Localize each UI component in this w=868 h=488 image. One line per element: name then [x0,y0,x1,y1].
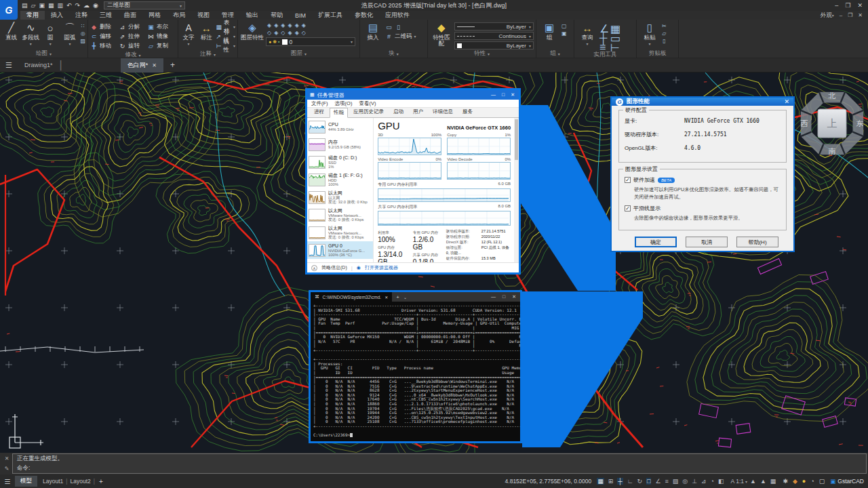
sync-cloud-icon[interactable]: ☁ [83,2,90,9]
calculator-icon[interactable]: ▦ [610,22,621,32]
paste-button[interactable]: ▯粘贴▾ [639,21,660,46]
layout-menu-icon[interactable]: ☰ [0,478,15,485]
open-resource-monitor-link[interactable]: 打开资源监视器 [365,264,398,271]
polyline-tool-button[interactable]: ∿多段线▾ [22,21,40,46]
erase-tool-button[interactable]: ◆删除 [90,22,119,32]
object-snap-icon[interactable]: □ [646,478,651,485]
layer-tool-icon[interactable]: ◇ [267,30,271,36]
compass-south-label[interactable]: 南 [829,147,836,155]
auto-annotation-icon[interactable]: ▲ [760,478,766,485]
undo-icon[interactable]: ↶ [66,2,72,9]
distance-icon[interactable]: ⊢ [610,41,621,51]
menu-tab-13[interactable]: 参数化 [349,11,379,20]
layer-tool-icon[interactable]: ◈ [295,30,299,36]
panel-label-properties[interactable]: 特性▾ [428,49,536,58]
message-icon[interactable]: ◉ [93,2,98,9]
help-button[interactable]: 帮助(H) [736,237,778,247]
boolean-tool-button[interactable]: ▣布尔 [147,22,176,32]
menu-tab-11[interactable]: BIM [289,11,312,20]
terminal-titlebar[interactable]: ⌘ C:\WINDOWS\system32\cmd. ✕ + ⌄ —□✕ [311,292,520,302]
qrcode-tool-button[interactable]: #二维码▾ [385,32,416,41]
panel-label-block[interactable]: 块▾ [360,49,427,58]
term-maximize-button[interactable]: □ [502,294,505,300]
layer-properties-button[interactable]: ◈图层特性 [240,21,264,41]
perf-sidebar-item-2[interactable]: 磁盘 0 (C: D:)SSD1% [307,153,373,171]
terminal-tab[interactable]: ⌘ C:\WINDOWS\system32\cmd. ✕ [311,292,392,302]
match-properties-button[interactable]: ◆特性匹配 [430,21,453,47]
panel-label-modify[interactable]: 修改▾ [88,51,178,59]
cut-icon[interactable]: ✂ [662,23,667,29]
layer-tool-icon[interactable]: ◈ [302,22,306,28]
doc-tab-1[interactable]: 色白网*✕ [121,58,163,73]
annotation-visibility-icon[interactable]: ▲ [750,478,756,485]
grid-table-icon[interactable]: ▦ [770,478,776,485]
tm-menu-0[interactable]: 文件(F) [311,100,328,107]
doc-close-button[interactable]: ✕ [858,12,863,18]
task-manager-titlebar[interactable]: ▦ 任务管理器 —□✕ [307,90,519,100]
workspace-dropdown[interactable]: 二维草图 ▾ [104,1,185,9]
fewer-details-button[interactable]: 简略信息(D) [321,264,347,271]
tm-tab-0[interactable]: 进程 [310,107,328,117]
selection-cycling-icon[interactable]: ◎ [682,478,688,485]
linetype-select[interactable]: Continuous▾ [454,32,534,40]
ok-button[interactable]: 确定 [635,237,677,247]
group-edit-icon[interactable]: ▣ [561,30,567,37]
measure-angle-icon[interactable]: ∠ [599,22,610,32]
menu-tab-3[interactable]: 三维 [94,11,118,20]
perf-sidebar-item-6[interactable]: 以太网VMware Network...发送: 0 接收: 0 Kbps [307,224,373,241]
open-folder-icon[interactable]: ▱ [31,2,36,9]
restore-button[interactable]: ❐ [845,2,850,9]
transparency-icon[interactable]: ▨ [673,478,679,485]
appearance-dropdown[interactable]: 外观▾ [821,12,834,20]
tm-tab-1[interactable]: 性能 [330,108,348,118]
dialog-close-button[interactable]: ✕ [784,98,789,105]
polar-tracking-icon[interactable]: ↻ [637,478,642,485]
new-layout-button[interactable]: + [95,478,107,485]
tm-menu-1[interactable]: 选项(O) [335,100,353,107]
cancel-button[interactable]: 取消 [686,237,728,247]
layer-tool-icon[interactable]: ◈ [274,30,278,36]
panel-label-utilities[interactable]: 实用工具 [574,51,636,59]
doc-restore-button[interactable]: ❐ [848,12,852,18]
edit-command-icon[interactable]: ✎ [5,466,9,472]
copy-clip-icon[interactable]: ▱ [662,30,667,37]
save-icon[interactable]: ▣ [39,2,45,9]
lineweight-select[interactable]: ByLayer▾ [454,22,534,30]
lineweight-icon[interactable]: ≡ [665,478,669,485]
model-tab[interactable]: 模型 [15,476,37,487]
tm-tab-3[interactable]: 启动 [389,107,408,117]
copy-tool-button[interactable]: ▱复制 [147,41,176,51]
menu-tab-6[interactable]: 布局 [167,11,191,20]
panel-label-draw[interactable]: 绘图▾ [0,49,87,58]
layer-tool-icon[interactable]: ◈ [295,22,299,28]
grid-icon[interactable]: ▦ [597,478,604,485]
tab-close-icon[interactable]: ✕ [152,62,157,68]
mirror-tool-button[interactable]: ⋈镜像 [147,32,176,41]
doc-minimize-button[interactable]: – [840,12,842,18]
perf-sidebar-item-3[interactable]: 磁盘 1 (E: F: G:)HDD100% [307,171,373,188]
app-logo-button[interactable]: G [0,0,18,20]
dynamic-input-icon[interactable]: ┼ [617,478,623,485]
layer-tool-icon[interactable]: ◈ [267,22,271,28]
workspace-switch-icon[interactable]: ◧ [718,478,724,485]
dialog-titlebar[interactable]: G 图形性能 ✕ [612,98,793,106]
task-manager-scrollbar[interactable] [514,118,519,262]
drawing-canvas[interactable]: 北南西东上 ▦ 任务管理器 —□✕ 文件(F)选项(O)查看(V) 进程性能应用… [0,73,868,453]
terminal-dropdown-icon[interactable]: ⌄ [403,295,407,300]
settings-gear-icon[interactable]: ✱ [783,478,788,485]
compass-east-label[interactable]: 东 [856,119,864,127]
text-tool-button[interactable]: A文字▾ [180,21,197,46]
isolate-bulb-icon[interactable]: ● [802,478,806,485]
lock-icon[interactable]: ◆ [793,478,797,485]
layer-tool-icon[interactable]: ◈ [281,22,285,28]
clean-screen-icon[interactable]: ▢ [819,478,825,485]
doc-tab-0[interactable]: Drawing1* [18,58,60,73]
insert-block-button[interactable]: ▤插入 [362,21,384,41]
inquiry-button[interactable]: ↔查询▾ [576,21,598,46]
line-tool-button[interactable]: ╱直线 [2,21,20,41]
redo-icon[interactable]: ↷ [75,2,81,9]
hatch-tool-icon[interactable]: ▨ [80,38,85,44]
tm-minimize-button[interactable]: — [491,92,496,98]
block-edit-icon[interactable]: ▭ [385,24,393,30]
print-icon[interactable]: ▥ [57,2,63,9]
